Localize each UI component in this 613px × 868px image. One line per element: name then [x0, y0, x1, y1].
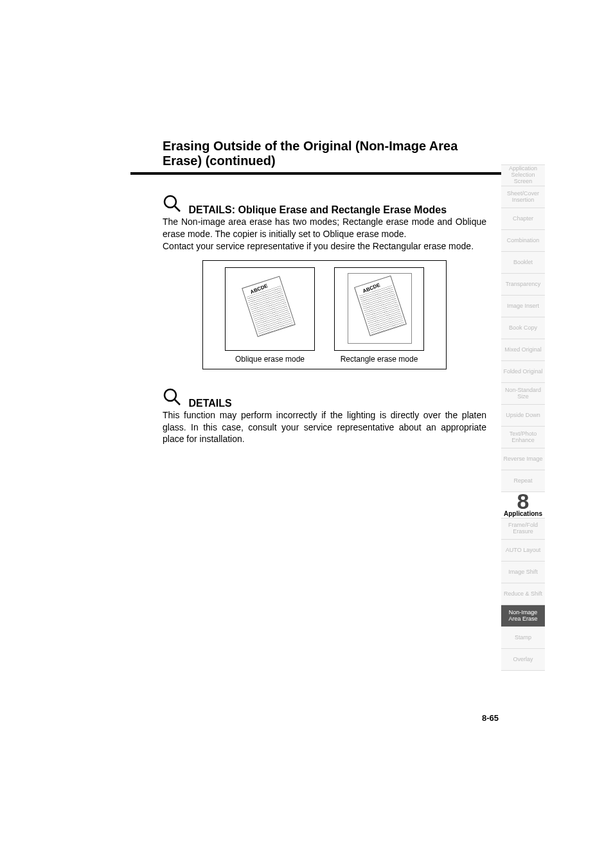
page-title: Erasing Outside of the Original (Non-Ima… [163, 139, 486, 168]
details-2-body: This function may perform incorrectly if… [163, 409, 486, 446]
sidebar-item[interactable]: Overlay [501, 649, 545, 671]
svg-line-3 [175, 400, 180, 405]
sidebar-item[interactable]: Application Selection Screen [501, 164, 545, 186]
rectangle-diagram: ABCDE [334, 267, 424, 351]
details-1-p1: The Non-image area erase has two modes; … [163, 216, 486, 240]
svg-line-1 [175, 206, 180, 211]
caption-oblique: Oblique erase mode [235, 355, 305, 364]
details-block-2: DETAILS This function may perform incorr… [163, 387, 486, 446]
sidebar-item-current[interactable]: Non-Image Area Erase [501, 605, 545, 627]
details-2-heading: DETAILS [188, 398, 231, 409]
sidebar-item[interactable]: Stamp [501, 627, 545, 649]
sidebar-item[interactable]: Mixed Original [501, 339, 545, 361]
sidebar-item[interactable]: Upside Down [501, 405, 545, 427]
sidebar-item[interactable]: Folded Original [501, 361, 545, 383]
details-1-heading: DETAILS: Oblique Erase and Rectangle Era… [188, 204, 447, 215]
chapter-number: 8 [517, 493, 529, 510]
sidebar-item[interactable]: Reduce & Shift [501, 583, 545, 605]
sidebar-item[interactable]: Combination [501, 230, 545, 252]
caption-rectangle: Rectangle erase mode [341, 355, 418, 364]
svg-point-0 [164, 196, 176, 208]
sidebar-item[interactable]: AUTO Layout [501, 540, 545, 562]
sidebar-item[interactable]: Image Shift [501, 562, 545, 583]
details-block-1: DETAILS: Oblique Erase and Rectangle Era… [163, 194, 486, 252]
page-number: 8-65 [482, 713, 499, 723]
sidebar-item[interactable]: Reverse Image [501, 448, 545, 470]
sidebar-item[interactable]: Book Copy [501, 317, 545, 339]
magnifier-icon [163, 387, 182, 409]
erase-mode-figure: ABCDE Oblique erase mode ABCDE [163, 260, 486, 369]
sidebar-item[interactable]: Transparency [501, 274, 545, 296]
oblique-diagram: ABCDE [225, 267, 315, 351]
title-underline [130, 172, 515, 175]
chapter-label: Applications [504, 510, 542, 517]
svg-point-2 [164, 389, 176, 401]
sidebar-item[interactable]: Image Insert [501, 296, 545, 317]
sidebar-item[interactable]: Non-Standard Size [501, 383, 545, 405]
sidebar-nav: Application Selection Screen Sheet/Cover… [501, 164, 545, 671]
sidebar-item[interactable]: Sheet/Cover Insertion [501, 186, 545, 208]
sidebar-item[interactable]: Text/Photo Enhance [501, 427, 545, 448]
sidebar-chapter-marker: 8 Applications [501, 492, 545, 518]
sidebar-item[interactable]: Booklet [501, 252, 545, 274]
magnifier-icon [163, 194, 182, 216]
sidebar-item[interactable]: Chapter [501, 208, 545, 230]
details-1-p2: Contact your service representative if y… [163, 240, 486, 252]
sidebar-item[interactable]: Frame/Fold Erasure [501, 518, 545, 540]
